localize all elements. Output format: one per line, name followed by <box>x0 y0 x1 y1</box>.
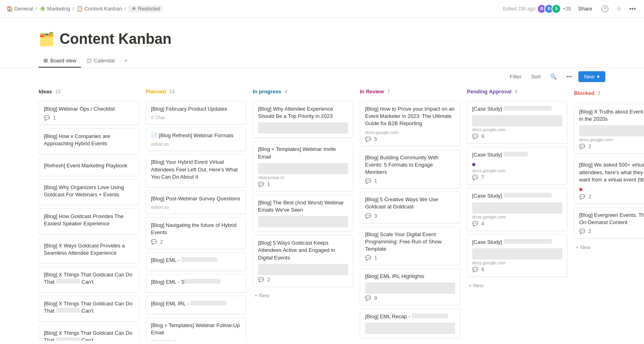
column-blocked: Blocked 3 ··· + [Blog] X Truths about Ev… <box>574 85 644 341</box>
card-planned-6[interactable]: [Blog] EML - <box>146 252 246 271</box>
card-inprogress-1[interactable]: [Blog] Why Attendee Experience Should Be… <box>253 101 353 138</box>
card-pending-4[interactable]: [Case Study] docs.google.com 💬 6 <box>467 234 568 277</box>
comment-icon: 💬 <box>365 213 371 219</box>
sort-button[interactable]: Sort <box>528 72 544 81</box>
tab-board-view[interactable]: ⊞ Board view <box>39 54 81 68</box>
add-inprogress-button[interactable]: + New <box>253 290 353 301</box>
comment-icon: 💬 <box>151 239 157 245</box>
restricted-badge: 👁 Restricted <box>128 5 163 12</box>
collaborators-avatars: B B S +20 <box>539 4 571 14</box>
card-pending-2[interactable]: [Case Study] docs.google.com 💬 7 <box>467 147 568 185</box>
column-count-pending: 4 <box>515 89 518 95</box>
column-header-ideas: Ideas 15 <box>39 85 139 98</box>
card-planned-3[interactable]: [Blog] Your Hybrid Event Virtual Attende… <box>146 154 246 187</box>
comment-icon: 💬 <box>472 267 478 272</box>
history-icon[interactable]: 🕐 <box>599 3 611 14</box>
card-ideas-7[interactable]: [Blog] X Things That Goldcast Can Do Tha… <box>39 267 139 293</box>
column-count-inreview: 7 <box>387 89 390 95</box>
more-options-button[interactable]: ••• <box>563 72 575 81</box>
card-pending-3[interactable]: [Case Study] drive.google.com 💬 4 <box>467 188 568 231</box>
card-ideas-2[interactable]: [Blog] How x Companies are Approaching H… <box>39 128 139 154</box>
card-planned-2[interactable]: 📄 [Blog Refresh] Webinar Formats notion.… <box>146 128 246 151</box>
column-count-ideas: 15 <box>55 89 60 95</box>
new-button[interactable]: New ▾ <box>578 71 605 82</box>
breadcrumb-home[interactable]: 🏠 General <box>6 6 33 12</box>
breadcrumb-marketing[interactable]: ✳️ Marketing <box>39 6 70 12</box>
column-count-blocked: 3 <box>598 90 601 96</box>
card-planned-5[interactable]: [Blog] Navigating the future of Hybrid E… <box>146 217 246 249</box>
card-blocked-3[interactable]: [Blog] Evergreen Events: The Value of On… <box>574 207 644 239</box>
comment-icon: 💬 <box>258 181 264 187</box>
card-pending-1[interactable]: [Case Study] docs.google.com 💬 8 <box>467 101 568 144</box>
comment-icon: 💬 <box>44 115 50 121</box>
card-planned-8[interactable]: [Blog] EML IRL - <box>146 296 246 314</box>
add-view-button[interactable]: + <box>121 54 131 68</box>
column-header-planned: Planned 14 <box>146 85 246 98</box>
card-ideas-9[interactable]: [Blog] X Things That Goldcast Can Do Tha… <box>39 325 139 341</box>
add-pending-button[interactable]: + New <box>467 280 568 291</box>
avatar-3: S <box>551 4 561 14</box>
column-header-blocked: Blocked 3 ··· + <box>574 85 644 101</box>
breadcrumb-kanban[interactable]: 📋 Content Kanban <box>76 6 122 12</box>
card-ideas-4[interactable]: [Blog] Why Organizers Love Using Goldcas… <box>39 179 139 205</box>
add-blocked-button[interactable]: + New <box>574 242 644 253</box>
card-planned-4[interactable]: [Blog] Post-Webinar Survey Questions not… <box>146 191 246 214</box>
column-pending: Pending Approval 4 [Case Study] docs.goo… <box>467 85 568 341</box>
card-ideas-6[interactable]: [Blog] X Ways Goldcast Provides a Seamle… <box>39 238 139 264</box>
calendar-icon: ◫ <box>87 58 91 64</box>
card-inprogress-3[interactable]: [Blog] The Best (And Worst) Webinar Emai… <box>253 195 353 232</box>
page-icon: 🗂️ <box>39 31 55 47</box>
star-icon[interactable]: ☆ <box>615 3 623 14</box>
card-planned-1[interactable]: [Blog] February Product Updates © Chai <box>146 101 246 124</box>
card-ideas-1[interactable]: [Blog] Webinar Ops / Checklist 💬 1 <box>39 101 139 125</box>
top-right-nav: Edited 23h ago B B S +20 Share 🕐 ☆ ••• <box>503 3 638 14</box>
card-inreview-1[interactable]: [Blog] How to Prove your Impact on an Ev… <box>360 101 460 146</box>
top-nav: 🏠 General / ✳️ Marketing / 📋 Content Kan… <box>0 0 644 18</box>
card-inreview-5[interactable]: [Blog] EML IRL Highlights 💬 9 <box>360 268 460 305</box>
card-thumbnail <box>258 122 348 134</box>
card-inreview-4[interactable]: [Blog] Scale Your Digital Event Programm… <box>360 227 460 266</box>
card-inreview-6[interactable]: [Blog] EML Recap - <box>360 309 460 338</box>
comment-icon: 💬 <box>472 221 478 227</box>
card-inreview-3[interactable]: [Blog] 5 Creative Ways We Use Goldcast a… <box>360 192 460 223</box>
card-ideas-3[interactable]: [Refresh] Event Marketing Playbook <box>39 158 139 176</box>
card-thumbnail <box>365 323 455 334</box>
column-count-planned: 14 <box>169 89 175 95</box>
avatar-overflow-count: +20 <box>563 6 571 12</box>
card-inprogress-4[interactable]: [Blog] 5 Ways Goldcast Keeps Attendees A… <box>253 235 353 287</box>
card-blocked-1[interactable]: [Blog] X Truths about Event Marketing in… <box>574 104 644 154</box>
comment-icon: 💬 <box>258 277 264 282</box>
column-inprogress: In progress 4 [Blog] Why Attendee Experi… <box>253 85 353 341</box>
comment-icon: 💬 <box>365 255 371 261</box>
tab-calendar[interactable]: ◫ Calendar <box>82 54 120 68</box>
comment-icon: 💬 <box>365 136 371 142</box>
more-menu-icon[interactable]: ••• <box>627 4 638 14</box>
column-planned: Planned 14 [Blog] February Product Updat… <box>146 85 246 341</box>
chevron-down-icon: ▾ <box>597 74 600 80</box>
eye-icon: 👁 <box>132 6 136 12</box>
comment-icon: 💬 <box>579 194 585 200</box>
card-thumbnail <box>472 115 562 126</box>
column-title-planned: Planned <box>146 89 166 95</box>
comment-icon: 💬 <box>579 229 585 234</box>
share-button[interactable]: Share <box>575 4 595 13</box>
filter-button[interactable]: Filter <box>507 72 525 81</box>
column-inreview: In Review 7 [Blog] How to Prove your Imp… <box>360 85 460 341</box>
card-ideas-5[interactable]: [Blog] How Goldcast Provides The Easiest… <box>39 208 139 234</box>
card-ideas-8[interactable]: [Blog] X Things That Goldcast Can Do Tha… <box>39 296 139 321</box>
card-inprogress-2[interactable]: [Blog + Templates] Webinar Invite Email … <box>253 141 353 191</box>
card-thumbnail <box>472 248 562 260</box>
board-icon: ⊞ <box>43 58 48 64</box>
card-blocked-2[interactable]: [Blog] We asked 500+ virtual attendees, … <box>574 157 644 204</box>
comment-icon: 💬 <box>472 134 478 139</box>
card-inreview-2[interactable]: [Blog] Building Community With Events: 5… <box>360 150 460 189</box>
card-planned-9[interactable]: [Blog + Templates] Webinar Follow-Up Ema… <box>146 317 246 341</box>
card-thumbnail <box>258 216 348 227</box>
comment-icon: 💬 <box>365 295 371 301</box>
card-planned-7[interactable]: [Blog] EML - S <box>146 274 246 293</box>
breadcrumb: 🏠 General / ✳️ Marketing / 📋 Content Kan… <box>6 5 163 12</box>
column-header-inprogress: In progress 4 <box>253 85 353 98</box>
search-button[interactable]: 🔍 <box>547 72 560 81</box>
page-title: 🗂️ Content Kanban <box>39 31 605 47</box>
column-ideas: Ideas 15 [Blog] Webinar Ops / Checklist … <box>39 85 139 341</box>
